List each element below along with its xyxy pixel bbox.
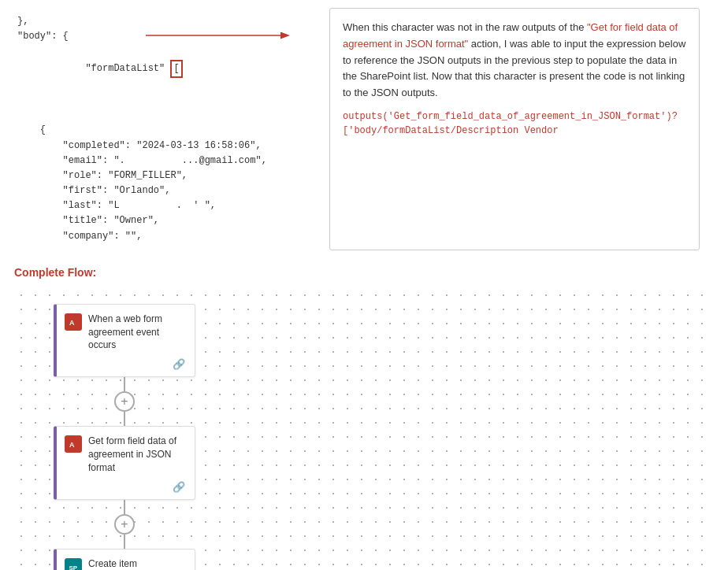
- flow-connector-1: +: [114, 377, 135, 426]
- flow-card-inner-2: A Get form field data of agreement in JS…: [65, 435, 185, 474]
- connector-line-1b: [124, 412, 125, 426]
- step1-text: When a web form agreement event occurs: [88, 313, 185, 352]
- flow-card-inner-3: SP Create item: [65, 557, 185, 570]
- flow-canvas: A When a web form agreement event occurs…: [14, 288, 714, 570]
- step3-text: Create item: [88, 557, 137, 570]
- code-line-2: "body": {: [17, 29, 314, 44]
- connector-line-2: [124, 500, 125, 514]
- connector-line-2b: [124, 535, 125, 549]
- pdf-icon-2: A: [65, 435, 82, 453]
- tooltip-box: When this character was not in the raw o…: [329, 8, 700, 250]
- code-line-4: {: [17, 123, 314, 138]
- code-line-10: "title": "Owner",: [17, 213, 314, 228]
- flow-card-step1[interactable]: A When a web form agreement event occurs…: [54, 304, 195, 377]
- tooltip-code-expression: outputs('Get_form_field_data_of_agreemen…: [343, 109, 686, 138]
- code-block: }, "body": { "formDataList" [ { "complet…: [8, 8, 323, 250]
- bracket-highlight: [: [170, 60, 182, 78]
- tooltip-paragraph: When this character was not in the raw o…: [343, 20, 686, 102]
- code-line-8: "first": "Orlando",: [17, 183, 314, 198]
- flow-card-step3[interactable]: SP Create item 🔗: [54, 549, 195, 570]
- step2-text: Get form field data of agreement in JSON…: [88, 435, 185, 474]
- code-line-5: "completed": "2024-03-13 16:58:06",: [17, 139, 314, 154]
- code-line-9: "last": "L . ' ",: [17, 198, 314, 213]
- complete-flow-title: Complete Flow:: [14, 266, 714, 279]
- connector-plus-2[interactable]: +: [114, 514, 135, 535]
- flow-connector-2: +: [114, 500, 135, 549]
- code-line-6: "email": ". ...@gmail.com",: [17, 154, 314, 168]
- flow-card-footer-1: 🔗: [65, 358, 185, 370]
- flow-card-footer-2: 🔗: [65, 481, 185, 493]
- chain-icon-1: 🔗: [173, 358, 185, 370]
- svg-text:SP: SP: [69, 564, 78, 570]
- code-line-3: "formDataList" [: [17, 44, 314, 123]
- page-container: }, "body": { "formDataList" [ { "complet…: [0, 0, 728, 570]
- svg-text:A: A: [69, 441, 75, 449]
- code-line-1: },: [17, 14, 314, 29]
- pdf-icon-1: A: [65, 313, 82, 331]
- flow-card-inner-1: A When a web form agreement event occurs: [65, 313, 185, 352]
- svg-text:A: A: [69, 319, 75, 327]
- sharepoint-icon: SP: [65, 558, 82, 570]
- connector-plus-1[interactable]: +: [114, 391, 135, 412]
- flow-card-step2[interactable]: A Get form field data of agreement in JS…: [54, 426, 195, 499]
- complete-flow-section: Complete Flow: A When a web form agreeme…: [0, 258, 728, 570]
- flow-items: A When a web form agreement event occurs…: [54, 304, 195, 570]
- chain-icon-2: 🔗: [173, 481, 185, 493]
- top-section: }, "body": { "formDataList" [ { "complet…: [0, 0, 728, 258]
- tooltip-text-pre: When this character was not in the raw o…: [343, 21, 587, 33]
- code-line-11: "company": "",: [17, 229, 314, 244]
- connector-line-1: [124, 377, 125, 391]
- code-line-7: "role": "FORM_FILLER",: [17, 168, 314, 183]
